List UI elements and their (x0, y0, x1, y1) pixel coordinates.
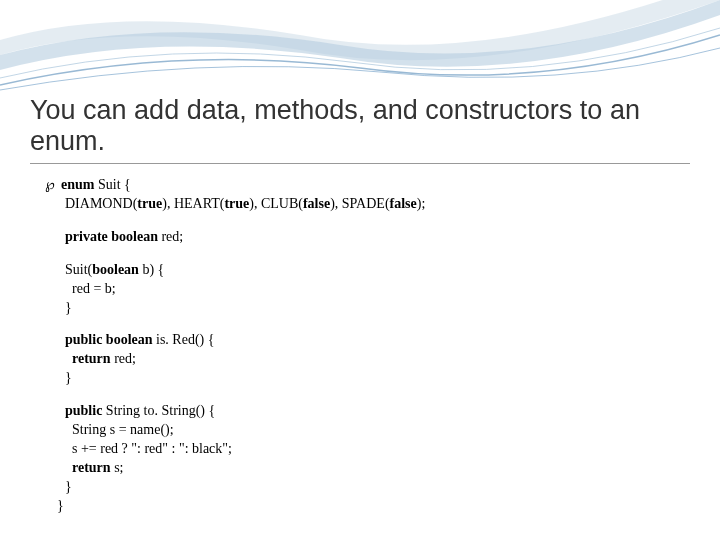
title-underline (30, 163, 690, 164)
code-line: public String to. String() { (45, 402, 690, 421)
code-line: red = b; (45, 280, 690, 299)
code-line: } (45, 369, 690, 388)
code-line: return s; (45, 459, 690, 478)
code-line: String s = name(); (45, 421, 690, 440)
code-line: private boolean red; (45, 228, 690, 247)
code-line: } (45, 497, 690, 516)
code-line: Suit(boolean b) { (45, 261, 690, 280)
code-line: public boolean is. Red() { (45, 331, 690, 350)
code-line: } (45, 478, 690, 497)
code-line: enum Suit { (61, 176, 131, 195)
code-line: return red; (45, 350, 690, 369)
bullet-icon: ℘ (45, 176, 55, 195)
code-line: DIAMOND(true), HEART(true), CLUB(false),… (45, 195, 690, 214)
code-block: ℘ enum Suit { DIAMOND(true), HEART(true)… (30, 176, 690, 515)
slide-title: You can add data, methods, and construct… (30, 95, 690, 157)
code-line: } (45, 299, 690, 318)
code-line: s += red ? ": red" : ": black"; (45, 440, 690, 459)
slide-content: You can add data, methods, and construct… (0, 0, 720, 535)
